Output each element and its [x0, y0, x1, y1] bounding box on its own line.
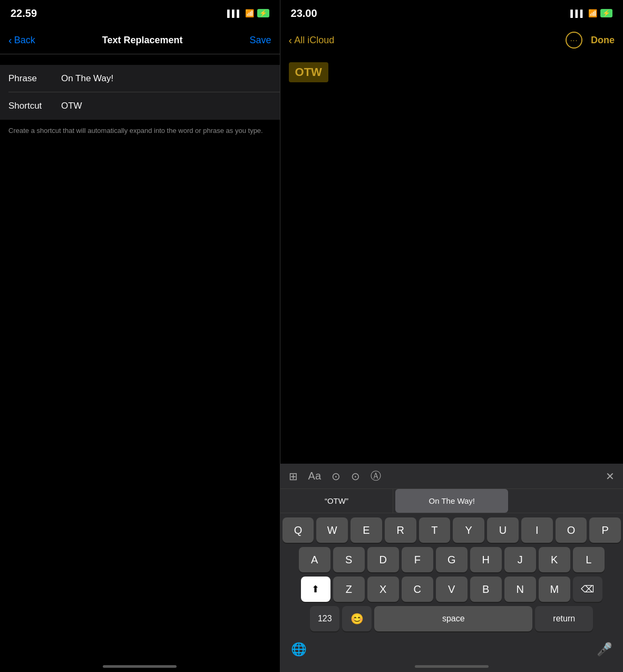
key-n[interactable]: N — [504, 577, 536, 602]
suggestions-bar: “OTW” On The Way! — [280, 489, 623, 513]
keyboard-keys: Q W E R T Y U I O P A S D F G H J K — [280, 513, 623, 638]
toolbar-icons: ⊞ Aa ⊙ ⊙ Ⓐ — [289, 469, 381, 483]
key-row-3: ⬆ Z X C V B N M ⌫ — [283, 577, 621, 602]
font-icon[interactable]: Aa — [308, 470, 321, 482]
key-i[interactable]: I — [521, 517, 553, 543]
wifi-icon-left: 📶 — [245, 9, 254, 17]
top-divider — [0, 54, 280, 54]
key-r[interactable]: R — [385, 517, 416, 543]
key-t[interactable]: T — [419, 517, 451, 543]
done-button[interactable]: Done — [591, 35, 615, 46]
phrase-label: Phrase — [8, 73, 61, 84]
signal-icon-left: ▌▌▌ — [227, 9, 242, 17]
keyboard-area: ⊞ Aa ⊙ ⊙ Ⓐ ✕ “OTW” On The Way! Q W — [280, 464, 623, 672]
emoji-key[interactable]: 😊 — [342, 606, 372, 631]
suggestion-empty — [510, 489, 623, 513]
home-bar-left — [103, 665, 177, 668]
wifi-icon-right: 📶 — [588, 9, 597, 17]
key-v[interactable]: V — [436, 577, 468, 602]
otw-badge: OTW — [289, 62, 328, 82]
phrase-row[interactable]: Phrase On The Way! — [0, 65, 280, 92]
key-row-4: 123 😊 space return — [283, 606, 621, 631]
shortcut-label: Shortcut — [8, 101, 61, 111]
key-p[interactable]: P — [589, 517, 621, 543]
key-h[interactable]: H — [470, 547, 502, 572]
back-label: Back — [14, 35, 35, 46]
backspace-key[interactable]: ⌫ — [573, 577, 602, 602]
return-key[interactable]: return — [535, 606, 593, 631]
phrase-value: On The Way! — [61, 73, 271, 84]
suggestion-otw[interactable]: “OTW” — [280, 489, 394, 513]
camera-icon[interactable]: ⊙ — [351, 470, 360, 483]
key-b[interactable]: B — [470, 577, 502, 602]
back-chevron-right-icon: ‹ — [289, 34, 293, 46]
status-icons-right: ▌▌▌ 📶 ⚡ — [570, 9, 612, 17]
key-k[interactable]: K — [539, 547, 570, 572]
bottom-bar-right: 🌐 🎤 — [280, 638, 623, 661]
shortcut-value: OTW — [61, 101, 271, 111]
back-chevron-icon: ‹ — [8, 34, 12, 46]
globe-icon[interactable]: 🌐 — [291, 642, 307, 657]
nav-actions-right: ··· Done — [566, 32, 615, 49]
status-bar-left: 22.59 ▌▌▌ 📶 ⚡ — [0, 0, 280, 26]
keyboard-toolbar: ⊞ Aa ⊙ ⊙ Ⓐ ✕ — [280, 464, 623, 489]
space-key[interactable]: space — [374, 606, 532, 631]
ellipsis-button[interactable]: ··· — [566, 32, 582, 49]
battery-icon-right: ⚡ — [600, 9, 612, 17]
key-z[interactable]: Z — [333, 577, 365, 602]
key-e[interactable]: E — [351, 517, 382, 543]
key-u[interactable]: U — [487, 517, 519, 543]
status-icons-left: ▌▌▌ 📶 ⚡ — [227, 9, 269, 17]
key-a[interactable]: A — [299, 547, 330, 572]
all-icloud-back-button[interactable]: ‹ All iCloud — [289, 34, 335, 46]
battery-icon-left: ⚡ — [257, 9, 269, 17]
save-button[interactable]: Save — [250, 35, 271, 46]
nav-bar-right: ‹ All iCloud ··· Done — [280, 26, 623, 54]
grid-icon[interactable]: ⊞ — [289, 470, 298, 483]
content-area: OTW — [280, 54, 623, 464]
home-indicator-left — [0, 661, 280, 672]
shortcut-row[interactable]: Shortcut OTW — [0, 92, 280, 120]
key-l[interactable]: L — [573, 547, 605, 572]
hint-text: Create a shortcut that will automaticall… — [0, 120, 280, 142]
checkmark-icon[interactable]: ⊙ — [332, 470, 340, 483]
key-f[interactable]: F — [402, 547, 433, 572]
key-o[interactable]: O — [556, 517, 587, 543]
key-x[interactable]: X — [367, 577, 399, 602]
numbers-key[interactable]: 123 — [310, 606, 339, 631]
key-s[interactable]: S — [333, 547, 365, 572]
home-bar-right — [415, 665, 489, 668]
nav-bar-left: ‹ Back Text Replacement Save — [0, 26, 280, 54]
key-row-1: Q W E R T Y U I O P — [283, 517, 621, 543]
home-indicator-right — [280, 661, 623, 672]
key-c[interactable]: C — [402, 577, 433, 602]
form-section: Phrase On The Way! Shortcut OTW — [0, 65, 280, 120]
key-d[interactable]: D — [367, 547, 399, 572]
left-panel: 22.59 ▌▌▌ 📶 ⚡ ‹ Back Text Replacement Sa… — [0, 0, 280, 672]
key-w[interactable]: W — [316, 517, 348, 543]
key-q[interactable]: Q — [283, 517, 314, 543]
signal-icon-right: ▌▌▌ — [570, 9, 585, 17]
key-y[interactable]: Y — [453, 517, 484, 543]
key-j[interactable]: J — [504, 547, 536, 572]
status-bar-right: 23.00 ▌▌▌ 📶 ⚡ — [280, 0, 623, 26]
key-m[interactable]: M — [539, 577, 570, 602]
back-button[interactable]: ‹ Back — [8, 34, 35, 46]
close-keyboard-icon[interactable]: ✕ — [606, 470, 615, 483]
accessibility-icon[interactable]: Ⓐ — [371, 469, 381, 483]
ellipsis-icon: ··· — [570, 36, 578, 44]
key-row-2: A S D F G H J K L — [283, 547, 621, 572]
time-right: 23.00 — [291, 7, 317, 20]
suggestion-on-the-way[interactable]: On The Way! — [395, 489, 508, 513]
key-g[interactable]: G — [436, 547, 468, 572]
microphone-icon[interactable]: 🎤 — [597, 642, 612, 657]
shift-key[interactable]: ⬆ — [301, 577, 330, 602]
right-panel: 23.00 ▌▌▌ 📶 ⚡ ‹ All iCloud ··· Done OTW … — [280, 0, 623, 672]
time-left: 22.59 — [11, 7, 37, 20]
back-label-right: All iCloud — [294, 35, 334, 46]
page-title: Text Replacement — [102, 35, 183, 46]
